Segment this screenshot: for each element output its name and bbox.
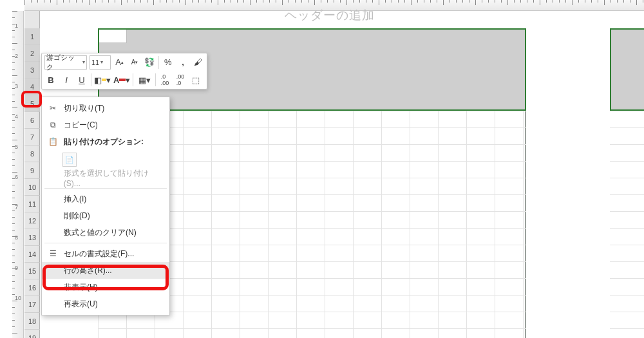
ruler-tick-label: 8 — [15, 234, 18, 241]
bucket-icon: ◧ — [94, 75, 102, 85]
ruler-tick-label: 5 — [15, 144, 18, 150]
selection-range-peek — [610, 28, 644, 111]
menu-paste-options-label: 📋 貼り付けのオプション: — [42, 133, 169, 150]
decrease-font-button[interactable]: A▾ — [128, 55, 140, 70]
row-header[interactable]: 11 — [24, 196, 40, 212]
row-header[interactable]: 15 — [24, 263, 40, 279]
font-size-combo[interactable]: 11 ▾ — [90, 55, 111, 70]
fill-color-swatch — [102, 79, 106, 81]
font-name-value: 游ゴシック — [46, 53, 81, 72]
row-header[interactable]: 19 — [24, 330, 40, 338]
menu-unhide[interactable]: 再表示(U) — [42, 296, 169, 312]
ruler-tick-label: 1 — [15, 23, 18, 29]
increase-decimal-button[interactable]: .00.0 — [174, 73, 187, 87]
chevron-down-icon: ▾ — [106, 75, 111, 85]
ruler-tick-label: 4 — [15, 113, 18, 120]
scissors-icon: ✂ — [47, 104, 59, 113]
italic-button[interactable]: I — [60, 73, 73, 87]
ruler-vertical: 1 2 3 4 5 6 7 8 9 10 — [12, 11, 24, 338]
header-placeholder[interactable]: ヘッダーの追加 — [285, 7, 375, 24]
font-color-button[interactable]: A ▾ — [113, 73, 130, 87]
menu-paste-options[interactable]: 📄 — [42, 150, 169, 169]
increase-font-button[interactable]: A▴ — [113, 55, 126, 70]
paintbrush-icon: 🖌 — [194, 57, 202, 67]
format-icon: ☰ — [47, 249, 59, 258]
menu-cut[interactable]: ✂ 切り取り(T) — [42, 100, 169, 117]
row-header[interactable]: 6 — [24, 112, 40, 129]
separator — [44, 188, 167, 189]
menu-copy[interactable]: ⧉ コピー(C) — [42, 117, 169, 133]
bold-button[interactable]: B — [44, 73, 57, 87]
annotation-highlight-rowheader — [21, 91, 42, 108]
separator — [133, 73, 133, 86]
paste-default-option[interactable]: 📄 — [62, 153, 77, 167]
currency-icon: 💱 — [144, 57, 155, 67]
ruler-tick-label: 3 — [15, 83, 18, 89]
row-header-column[interactable]: 12345678910111213141516171819 — [24, 11, 40, 338]
mini-toolbar[interactable]: 游ゴシック ▾ 11 ▾ A▴ A▾ 💱 % , 🖌 B I U ◧ ▾ A — [41, 53, 207, 89]
row-header[interactable]: 16 — [24, 279, 40, 296]
row-header[interactable]: 14 — [24, 246, 40, 263]
font-name-combo[interactable]: 游ゴシック ▾ — [44, 55, 87, 70]
borders-button[interactable]: ▦▾ — [136, 73, 153, 87]
decrease-decimal-button[interactable]: .0.00 — [158, 73, 171, 87]
row-header[interactable]: 1 — [24, 28, 40, 45]
row-header[interactable]: 7 — [24, 129, 40, 146]
borders-icon: ▦ — [138, 75, 146, 85]
fill-color-button[interactable]: ◧ ▾ — [94, 73, 111, 87]
chevron-down-icon: ▾ — [100, 59, 103, 65]
annotation-highlight-rowheight — [43, 265, 169, 290]
ruler-tick-label: 7 — [15, 204, 18, 211]
row-header[interactable]: 2 — [24, 45, 40, 62]
row-header[interactable]: 10 — [24, 179, 40, 196]
accounting-format-button[interactable]: 💱 — [144, 55, 156, 70]
separator — [155, 73, 156, 86]
clipboard-icon: 📋 — [47, 137, 59, 146]
menu-format-cells[interactable]: ☰ セルの書式設定(F)... — [42, 245, 169, 262]
ruler-tick-label: 2 — [15, 53, 18, 59]
chevron-down-icon: ▾ — [146, 75, 151, 85]
menu-paste-special: 形式を選択して貼り付け(S)... — [42, 169, 169, 186]
row-header[interactable]: 17 — [24, 296, 40, 313]
menu-delete[interactable]: 削除(D) — [42, 207, 169, 224]
format-painter-button[interactable]: 🖌 — [192, 55, 204, 70]
row-header[interactable]: 9 — [24, 162, 40, 179]
chevron-down-icon: ▾ — [126, 75, 130, 85]
row-header[interactable]: 8 — [24, 146, 40, 162]
separator — [44, 243, 167, 243]
percent-button[interactable]: % — [162, 55, 174, 70]
active-cell[interactable] — [99, 30, 127, 43]
font-size-value: 11 — [91, 59, 99, 66]
menu-insert[interactable]: 挿入(I) — [42, 191, 169, 207]
row-header[interactable]: 12 — [24, 212, 40, 229]
ruler-tick-label: 6 — [15, 174, 18, 180]
chevron-down-icon: ▾ — [82, 59, 85, 65]
ruler-tick-label: 9 — [15, 265, 18, 271]
row-header[interactable]: 13 — [24, 229, 40, 246]
row-header[interactable]: 18 — [24, 313, 40, 330]
comma-style-button[interactable]: , — [176, 55, 189, 70]
row-header[interactable]: 3 — [24, 62, 40, 79]
separator — [91, 73, 91, 86]
copy-icon: ⧉ — [47, 120, 59, 129]
next-page-peek — [610, 28, 644, 338]
menu-clear[interactable]: 数式と値のクリア(N) — [42, 224, 169, 241]
separator — [158, 56, 159, 69]
merge-icon: ⬚ — [192, 75, 200, 85]
merge-button[interactable]: ⬚ — [189, 73, 202, 87]
clipboard-icon: 📄 — [65, 156, 74, 164]
underline-button[interactable]: U — [75, 73, 88, 87]
font-color-swatch — [119, 79, 126, 81]
